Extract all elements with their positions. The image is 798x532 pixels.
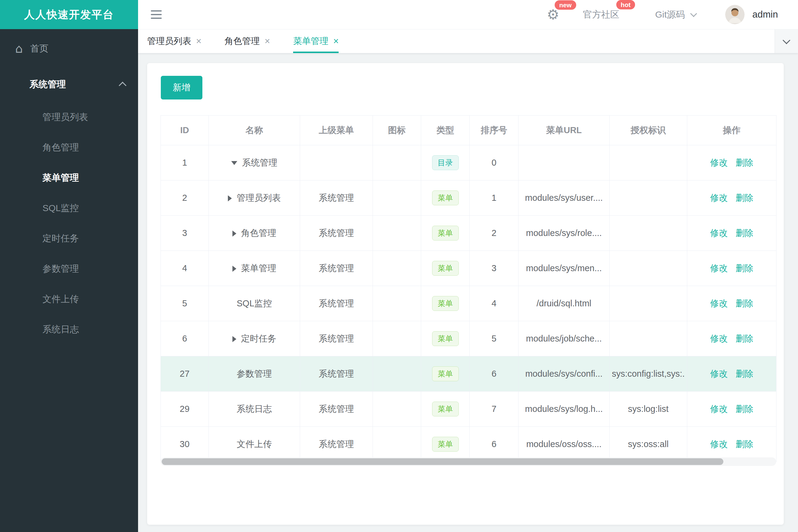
menu-name-label: 菜单管理 — [241, 263, 276, 273]
table-row[interactable]: 30文件上传系统管理菜单6modules/oss/oss....sys:oss:… — [161, 427, 777, 462]
cell-type: 菜单 — [421, 392, 470, 427]
cell-order: 4 — [470, 286, 519, 321]
delete-link[interactable]: 删除 — [736, 299, 754, 308]
tab-close-icon[interactable]: × — [333, 36, 339, 46]
topbar: ⚙ new 官方社区 hot Git源码 admin — [138, 0, 798, 30]
delete-link[interactable]: 删除 — [736, 334, 754, 343]
edit-link[interactable]: 修改 — [710, 439, 728, 449]
sidebar-subitem[interactable]: 文件上传 — [0, 284, 138, 314]
sidebar-subitem[interactable]: 参数管理 — [0, 253, 138, 284]
edit-link[interactable]: 修改 — [710, 263, 728, 273]
expand-arrow-icon[interactable] — [233, 266, 236, 272]
brand-title: 人人快速开发平台 — [0, 0, 138, 29]
cell-icon — [373, 216, 421, 251]
expand-arrow-icon[interactable] — [228, 195, 232, 202]
cell-type: 菜单 — [421, 321, 470, 356]
sidebar-subitem[interactable]: SQL监控 — [0, 193, 138, 223]
edit-link[interactable]: 修改 — [710, 228, 728, 238]
expand-arrow-icon[interactable] — [233, 336, 236, 342]
cell-name: SQL监控 — [209, 286, 300, 321]
edit-link[interactable]: 修改 — [710, 158, 728, 167]
username[interactable]: admin — [753, 9, 778, 20]
cell-actions: 修改删除 — [687, 286, 777, 321]
cell-name: 系统管理 — [209, 145, 300, 180]
sidebar-item-home[interactable]: ⌂ 首页 — [0, 33, 138, 64]
cell-actions: 修改删除 — [687, 427, 777, 462]
tab-close-icon[interactable]: × — [196, 36, 202, 46]
sidebar-toggle-button[interactable] — [151, 8, 162, 21]
edit-link[interactable]: 修改 — [710, 299, 728, 308]
delete-link[interactable]: 删除 — [736, 193, 754, 203]
tab-close-icon[interactable]: × — [264, 36, 270, 46]
cell-perms: sys:log:list — [610, 392, 687, 427]
column-header: ID — [161, 116, 209, 145]
delete-link[interactable]: 删除 — [736, 439, 754, 449]
cell-icon — [373, 180, 421, 216]
sidebar-section-label: 系统管理 — [30, 78, 66, 91]
column-header: 上级菜单 — [300, 116, 373, 145]
sidebar-subitem[interactable]: 管理员列表 — [0, 102, 138, 132]
collapse-arrow-icon[interactable] — [231, 161, 237, 165]
cell-id: 1 — [161, 145, 209, 180]
table-row[interactable]: 2管理员列表系统管理菜单1modules/sys/user....修改删除 — [161, 180, 777, 216]
tab[interactable]: 菜单管理× — [293, 29, 339, 53]
git-source-link[interactable]: Git源码 — [655, 8, 696, 21]
sidebar-subitem[interactable]: 定时任务 — [0, 223, 138, 253]
column-header: 操作 — [687, 116, 777, 145]
delete-link[interactable]: 删除 — [736, 369, 754, 379]
menu-name-label: 角色管理 — [241, 228, 276, 238]
cell-type: 菜单 — [421, 180, 470, 216]
avatar[interactable] — [725, 5, 745, 24]
cell-name: 定时任务 — [209, 321, 300, 356]
sidebar-section-system[interactable]: 系统管理 — [0, 69, 138, 100]
add-button[interactable]: 新增 — [161, 76, 202, 99]
menu-table: ID名称上级菜单图标类型排序号菜单URL授权标识操作 1系统管理目录0修改删除2… — [161, 115, 777, 462]
settings-button[interactable]: ⚙ new — [547, 7, 559, 21]
sidebar-subitem[interactable]: 系统日志 — [0, 314, 138, 345]
delete-link[interactable]: 删除 — [736, 228, 754, 238]
tabs: 管理员列表×角色管理×菜单管理× — [138, 29, 339, 53]
edit-link[interactable]: 修改 — [710, 404, 728, 414]
cell-icon — [373, 392, 421, 427]
cell-perms — [610, 145, 687, 180]
delete-link[interactable]: 删除 — [736, 158, 754, 167]
edit-link[interactable]: 修改 — [710, 369, 728, 379]
horizontal-scrollbar[interactable] — [161, 457, 776, 466]
cell-parent-menu: 系统管理 — [300, 286, 373, 321]
community-link[interactable]: 官方社区 hot — [583, 8, 619, 21]
scrollbar-thumb[interactable] — [162, 458, 723, 465]
cell-actions: 修改删除 — [687, 321, 777, 356]
column-header: 授权标识 — [610, 116, 687, 145]
sidebar-subitem[interactable]: 菜单管理 — [0, 163, 138, 193]
cell-icon — [373, 356, 421, 392]
cell-order: 0 — [470, 145, 519, 180]
cell-perms — [610, 286, 687, 321]
table-row[interactable]: 6定时任务系统管理菜单5modules/job/sche...修改删除 — [161, 321, 777, 356]
edit-link[interactable]: 修改 — [710, 193, 728, 203]
table-row[interactable]: 29系统日志系统管理菜单7modules/sys/log.h...sys:log… — [161, 392, 777, 427]
sidebar-subitem[interactable]: 角色管理 — [0, 132, 138, 163]
cell-perms — [610, 180, 687, 216]
tab[interactable]: 管理员列表× — [147, 29, 202, 53]
chevron-down-icon — [782, 36, 790, 44]
community-label: 官方社区 — [583, 10, 619, 19]
cell-name: 文件上传 — [209, 427, 300, 462]
table-row[interactable]: 27参数管理系统管理菜单6modules/sys/confi...sys:con… — [161, 356, 777, 392]
tabs-dropdown-button[interactable] — [775, 29, 798, 53]
cell-parent-menu: 系统管理 — [300, 427, 373, 462]
delete-link[interactable]: 删除 — [736, 263, 754, 273]
cell-id: 27 — [161, 356, 209, 392]
expand-arrow-icon[interactable] — [233, 230, 236, 236]
delete-link[interactable]: 删除 — [736, 404, 754, 414]
cell-type: 目录 — [421, 145, 470, 180]
menu-name-label: 系统管理 — [242, 158, 277, 167]
cell-parent-menu: 系统管理 — [300, 251, 373, 286]
table-row[interactable]: 5SQL监控系统管理菜单4/druid/sql.html修改删除 — [161, 286, 777, 321]
table-row[interactable]: 3角色管理系统管理菜单2modules/sys/role....修改删除 — [161, 216, 777, 251]
edit-link[interactable]: 修改 — [710, 334, 728, 343]
cell-menu-url: /druid/sql.html — [519, 286, 610, 321]
cell-actions: 修改删除 — [687, 356, 777, 392]
table-row[interactable]: 4菜单管理系统管理菜单3modules/sys/men...修改删除 — [161, 251, 777, 286]
table-row[interactable]: 1系统管理目录0修改删除 — [161, 145, 777, 180]
tab[interactable]: 角色管理× — [224, 29, 270, 53]
